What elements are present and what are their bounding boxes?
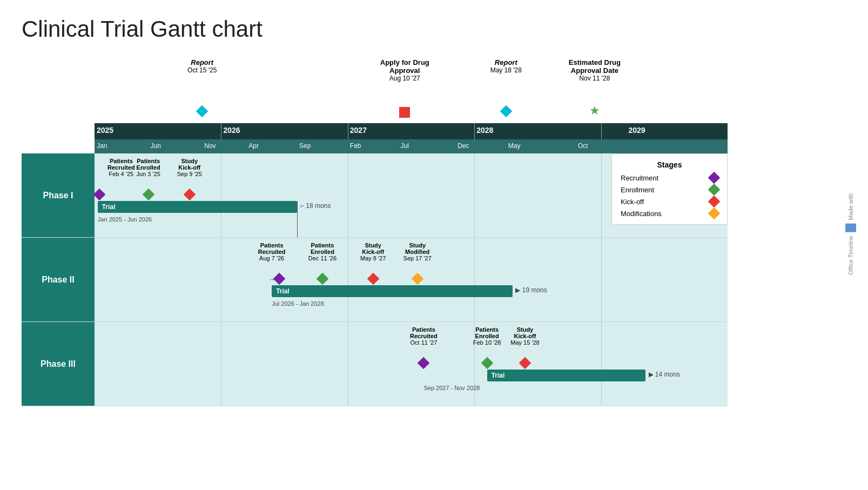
p1-diamond1 xyxy=(95,190,104,199)
milestone-shapes-row: ★ xyxy=(95,107,728,122)
p2-trial-bar: Trial xyxy=(272,285,512,297)
milestone-shape-1 xyxy=(198,107,206,116)
legend-box: Stages Recruitment Enrollment Kick-off xyxy=(611,153,728,225)
milestone-labels-row: Report Oct 15 '25 Apply for Drug Approva… xyxy=(95,58,728,107)
header-milestone-4: Estimated Drug Approval Date Nov 11 '28 xyxy=(569,58,621,82)
p3-diamond3 xyxy=(521,359,529,367)
month-may: May xyxy=(506,142,521,150)
p2-daterange: Jul 2026 - Jan 2028 xyxy=(272,300,324,307)
milestone-shape-3 xyxy=(502,107,510,116)
year-2026: 2026 xyxy=(221,126,240,135)
phase1-label: Phase I xyxy=(22,153,95,237)
phase1-row: Phase I PatientsRecruitedFeb 4 '25 Patie… xyxy=(22,153,728,238)
phase2-content: PatientsRecruitedAug 7 '26 PatientsEnrol… xyxy=(95,238,728,321)
p3-event1-label: PatientsRecruitedOct 11 '27 xyxy=(401,326,447,346)
month-jan: Jan xyxy=(95,142,107,150)
month-bar: Jan Jun Nov Apr Sep Feb Jul Dec May Oct xyxy=(95,139,728,153)
legend-title: Stages xyxy=(621,160,718,169)
page-container: Clinical Trial Gantt chart Report Oct 15… xyxy=(0,0,868,417)
p3-event2-label: PatientsEnrolledFeb 10 '28 xyxy=(466,326,509,346)
gantt-wrapper: Report Oct 15 '25 Apply for Drug Approva… xyxy=(22,58,846,406)
p2-event1-label: PatientsRecruitedAug 7 '26 xyxy=(250,242,293,261)
month-sep: Sep xyxy=(297,142,311,150)
legend-item-kickoff: Kick-off xyxy=(621,197,718,206)
p3-duration: ▶ 14 mons xyxy=(649,371,680,378)
phase-rows: Phase I PatientsRecruitedFeb 4 '25 Patie… xyxy=(22,153,728,406)
p2-event4-label: StudyModifiedSep 17 '27 xyxy=(394,242,440,261)
p1-event2-label: PatientsEnrolledJun 3 '25 xyxy=(127,158,170,177)
legend-item-recruitment: Recruitment xyxy=(621,173,718,182)
year-2027: 2027 xyxy=(348,126,367,135)
p3-diamond2 xyxy=(483,359,492,367)
phase3-label: Phase III xyxy=(22,322,95,406)
year-2025: 2025 xyxy=(95,126,113,135)
milestone-shape-2 xyxy=(399,107,410,118)
p3-event3-label: StudyKick-offMay 15 '28 xyxy=(503,326,547,346)
month-jul: Jul xyxy=(399,142,409,150)
header-milestone-2: Apply for Drug Approval Aug 10 '27 xyxy=(380,58,429,82)
month-jun: Jun xyxy=(149,142,161,150)
phase2-label: Phase II xyxy=(22,238,95,321)
p2-diamond2 xyxy=(318,274,327,283)
p1-diamond2 xyxy=(144,190,153,199)
p1-trial-bar: Trial xyxy=(98,201,297,213)
p1-daterange: Jan 2025 - Jun 2026 xyxy=(98,216,152,223)
p1-event3-label: StudyKick-offSep 9 '25 xyxy=(168,158,211,177)
timeline-header: Report Oct 15 '25 Apply for Drug Approva… xyxy=(95,58,728,153)
p2-event2-label: PatientsEnrolledDec 11 '26 xyxy=(301,242,344,261)
phase2-row: Phase II PatientsRecruitedAug 7 '26 xyxy=(22,238,728,322)
p3-daterange: Sep 2027 - Nov 2028 xyxy=(423,385,480,391)
legend-item-enrollment: Enrollment xyxy=(621,185,718,194)
p2-diamond3 xyxy=(369,274,378,283)
p3-trial-bar: Trial xyxy=(487,370,645,381)
chart-title: Clinical Trial Gantt chart xyxy=(22,16,846,42)
header-milestone-1: Report Oct 15 '25 xyxy=(187,58,217,74)
month-dec: Dec xyxy=(455,142,469,150)
milestone-shape-4: ★ xyxy=(589,107,600,117)
p2-diamond1 xyxy=(275,274,284,283)
p3-diamond1 xyxy=(419,359,428,367)
legend-item-modifications: Modifications xyxy=(621,209,718,218)
phase3-row: Phase III PatientsRecruitedOct 11 '27 xyxy=(22,322,728,406)
month-oct: Oct xyxy=(576,142,588,150)
p2-diamond4 xyxy=(413,274,422,283)
month-apr: Apr xyxy=(246,142,259,150)
p2-event3-label: StudyKick-offMay 8 '27 xyxy=(352,242,395,261)
p2-duration: ▶ 19 mons xyxy=(515,286,547,294)
watermark: Office Timeline Made with xyxy=(845,193,856,275)
year-bar: 2025 2026 2027 2028 2029 xyxy=(95,123,728,139)
month-feb: Feb xyxy=(348,142,361,150)
month-nov: Nov xyxy=(202,142,216,150)
year-2028: 2028 xyxy=(474,126,493,135)
p1-diamond3 xyxy=(185,190,194,199)
phase3-content: PatientsRecruitedOct 11 '27 PatientsEnro… xyxy=(95,322,728,406)
p1-duration: ⌐ 18 mons xyxy=(300,202,331,210)
header-milestone-3: Report May 18 '28 xyxy=(490,58,522,74)
year-2029: 2029 xyxy=(626,126,645,135)
